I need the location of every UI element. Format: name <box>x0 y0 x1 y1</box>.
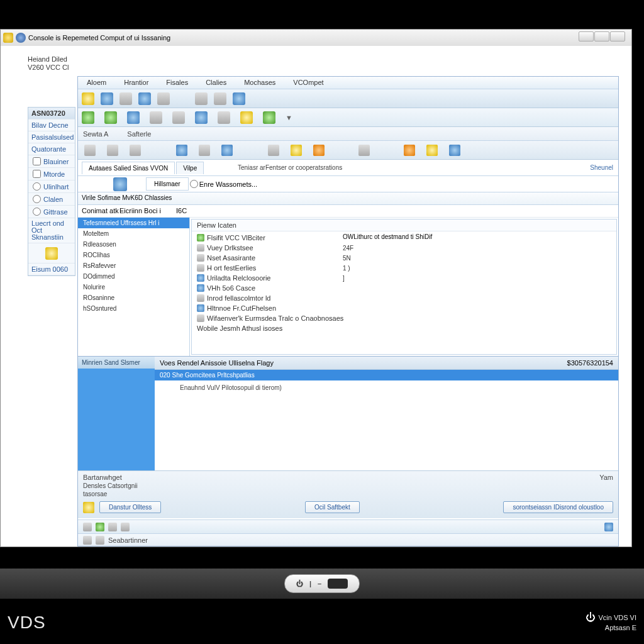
close-button[interactable] <box>610 31 625 42</box>
panel-item[interactable]: Mtorde <box>28 168 75 180</box>
tool-icon[interactable] <box>291 145 302 156</box>
window-controls <box>579 31 625 42</box>
prop-label: Hltnnoe Fr.CutFhelsen <box>207 304 276 312</box>
menu-item[interactable]: VCOmpet <box>284 77 332 89</box>
status-icon[interactable] <box>121 523 130 531</box>
tool-icon[interactable] <box>119 92 132 105</box>
prop-value: 5N <box>343 255 351 262</box>
button-2[interactable]: Ocil Saftbekt <box>305 501 360 513</box>
panel-item[interactable]: Blauiner <box>28 155 75 168</box>
menu-item[interactable]: Clalies <box>197 77 235 89</box>
list-item[interactable]: Moteltem <box>78 228 189 239</box>
panel-radio[interactable]: Ulinlhart <box>28 180 75 193</box>
list-item[interactable]: hSOsntured <box>78 303 189 314</box>
tool-icon[interactable] <box>150 111 162 124</box>
list-item[interactable]: Rdleasosen <box>78 239 189 250</box>
radio[interactable] <box>33 208 41 216</box>
tool-icon[interactable] <box>218 111 230 124</box>
tool-icon[interactable] <box>82 92 94 105</box>
folder-icon[interactable] <box>28 243 75 264</box>
tool-icon[interactable] <box>449 145 460 156</box>
radio-option[interactable] <box>190 180 198 188</box>
left-side-panel: ASN03720 Bilav Decne Pasisalsulsed Quato… <box>28 107 75 276</box>
col-2: Eicriinn Boci i <box>119 207 176 215</box>
button-3[interactable]: sorontseiassn IDisrond oloustloo <box>503 501 613 513</box>
list-item[interactable]: DOdimmed <box>78 271 189 282</box>
panel-radio[interactable]: Gittrase <box>28 206 75 218</box>
bottom-label: Densles Catsortgnii <box>83 482 613 489</box>
toolbar-1 <box>78 89 618 108</box>
menu-item[interactable]: Fisales <box>157 77 197 89</box>
tool-icon[interactable] <box>199 145 210 156</box>
tool-icon[interactable] <box>84 145 96 156</box>
tool-icon[interactable] <box>404 145 415 156</box>
maximize-button[interactable] <box>594 31 609 42</box>
checkbox[interactable] <box>33 157 41 165</box>
button-1[interactable]: Danstur Olltess <box>99 501 161 513</box>
tool-icon[interactable] <box>82 111 94 124</box>
radio[interactable] <box>33 195 41 203</box>
top-left-info: Heiand Diled V260 VCC Cl <box>28 55 69 72</box>
menu-item[interactable]: Aloem <box>78 77 115 89</box>
prop-label: Vuey Drlkstsee <box>207 244 253 252</box>
tab-right-link[interactable]: Sheunel <box>590 164 613 171</box>
tool-icon[interactable] <box>221 145 233 156</box>
prop-label: Flsifit VCC VlBciter <box>207 234 265 242</box>
tool-icon[interactable] <box>195 111 208 124</box>
panel-item[interactable]: Pasisalsulsed <box>28 131 75 143</box>
tool-icon[interactable] <box>268 145 279 156</box>
list-item[interactable]: ROClihas <box>78 250 189 260</box>
tool-icon[interactable] <box>138 92 151 105</box>
col-3: I6C <box>176 207 191 215</box>
menubar: Aloem Hrantior Fisales Clalies Mochases … <box>78 77 618 89</box>
tool-icon[interactable] <box>233 92 245 105</box>
status-bar-1 <box>78 519 618 533</box>
list-item-selected[interactable]: Tefesmneied Uffrssess Hrl i <box>78 218 189 228</box>
status-icon[interactable] <box>83 523 92 531</box>
window-title: Console is Repemeted Comput of ui Isssan… <box>28 34 170 42</box>
menu-item[interactable]: Mochases <box>235 77 284 89</box>
tool-icon[interactable] <box>195 92 208 105</box>
tool-icon[interactable] <box>127 111 140 124</box>
panel-footer: Eisum 0060 <box>28 264 75 275</box>
brand-info: ⏻Vcin VDS VI Aptsasn E <box>586 613 636 633</box>
tool-icon[interactable] <box>358 145 370 156</box>
list-item[interactable]: ROsaninne <box>78 292 189 303</box>
tab-main[interactable]: Autaaes Salied Sinas VVON <box>82 162 175 174</box>
minimize-button[interactable] <box>579 31 594 42</box>
tool-icon[interactable] <box>426 145 438 156</box>
tool-icon[interactable] <box>313 145 325 156</box>
panel-item[interactable]: Luecrt ond Oct Sknanstiin <box>28 218 75 243</box>
tool-icon[interactable] <box>240 111 253 124</box>
checkbox[interactable] <box>33 170 41 178</box>
tab-secondary[interactable]: Vilpe <box>176 162 204 174</box>
tool-icon[interactable] <box>107 145 118 156</box>
power-icon[interactable]: ⏻ <box>296 580 303 587</box>
globe-icon[interactable] <box>263 111 275 124</box>
tool-icon[interactable] <box>172 111 185 124</box>
status-icon[interactable] <box>96 523 104 531</box>
tool-icon[interactable] <box>101 92 113 105</box>
blue-right-header: Voes Rendel Anissoie Ulliselna Flagy $30… <box>155 357 618 370</box>
list-item[interactable]: RsRafevver <box>78 260 189 271</box>
status-icon[interactable] <box>108 523 117 531</box>
tool-icon[interactable] <box>176 145 187 156</box>
brand-logo: VDS <box>8 613 46 633</box>
properties-pane: Pienw Icaten OWLithurc ot destmand ti Sh… <box>191 219 617 355</box>
menu-item[interactable]: Hrantior <box>115 77 157 89</box>
list-item[interactable]: Nolurire <box>78 282 189 292</box>
selected-row[interactable]: 020 She Gomciteea Prltcshpatlias <box>155 370 618 380</box>
subtab[interactable]: Hillsmaer <box>146 177 189 191</box>
panel-item[interactable]: Bilav Decne <box>28 119 75 131</box>
status-icon[interactable] <box>604 523 613 531</box>
tool-icon[interactable] <box>130 145 141 156</box>
group-row[interactable]: Conimat atk Eicriinn Boci i I6C <box>78 205 618 218</box>
panel-radio[interactable]: Clalen <box>28 193 75 206</box>
tool-icon[interactable] <box>104 111 117 124</box>
dock-control[interactable]: ⏻ | – <box>284 574 360 593</box>
radio[interactable] <box>33 182 41 191</box>
panel-item[interactable]: Quatorante <box>28 143 75 155</box>
tool-icon[interactable] <box>157 92 170 105</box>
tool-icon[interactable] <box>214 92 226 105</box>
prop-label: Nset Asasirante <box>207 254 255 262</box>
